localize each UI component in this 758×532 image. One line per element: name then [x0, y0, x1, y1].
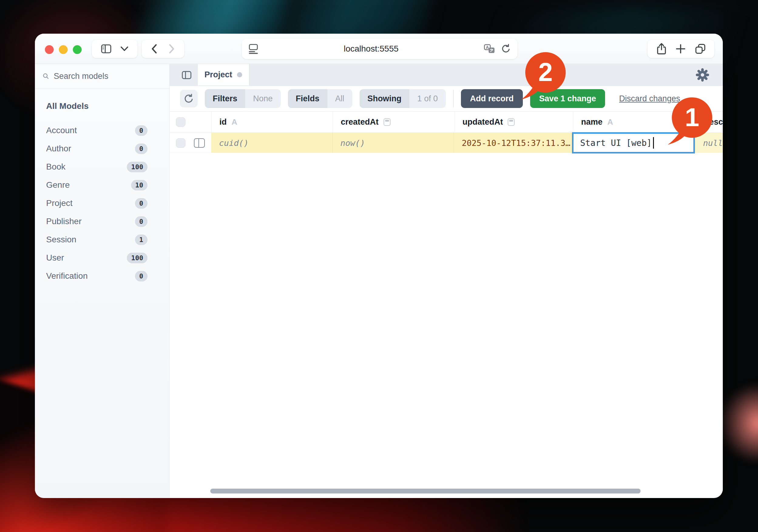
- share-icon[interactable]: [656, 43, 667, 55]
- record-count-badge: 0: [135, 198, 148, 209]
- sidebar-item-genre[interactable]: Genre 10: [46, 176, 148, 194]
- sidebar-item-publisher[interactable]: Publisher 0: [46, 212, 148, 230]
- showing-label: Showing: [360, 89, 409, 108]
- browser-chrome: localhost:5555 A: [35, 34, 723, 64]
- column-header-id[interactable]: id A: [211, 112, 332, 133]
- browser-window: localhost:5555 A: [35, 34, 723, 498]
- sidebar-item-verification[interactable]: Verification 0: [46, 267, 148, 285]
- desktop: localhost:5555 A: [0, 0, 758, 532]
- annotation-badge-2: 2: [519, 51, 568, 102]
- name-editor-value: Start UI [web]: [580, 138, 652, 148]
- model-label: Genre: [46, 180, 70, 190]
- nav-buttons: [142, 40, 184, 58]
- models-sidebar: Search models All Models Account 0 Autho…: [35, 64, 170, 498]
- column-name: name: [581, 117, 603, 127]
- record-count-badge: 0: [135, 144, 148, 154]
- chrome-right-buttons: [647, 40, 714, 58]
- datetime-type-icon: [384, 118, 391, 126]
- panel-icon: [101, 44, 111, 53]
- address-bar[interactable]: localhost:5555 A: [242, 39, 517, 59]
- fields-control[interactable]: Fields All: [288, 89, 352, 108]
- tab-project[interactable]: Project: [197, 64, 250, 85]
- search-models-field[interactable]: Search models: [35, 64, 169, 88]
- new-tab-plus-icon[interactable]: [675, 43, 686, 54]
- record-count-badge: 100: [127, 162, 148, 172]
- fields-value: All: [327, 89, 352, 108]
- url-text[interactable]: localhost:5555: [258, 44, 484, 54]
- collapse-sidebar-button[interactable]: [182, 64, 191, 86]
- main-panel: Project: [170, 64, 723, 498]
- table-toolbar: Filters None Fields All Showing 1 of 0 A…: [170, 86, 723, 112]
- record-count-badge: 10: [131, 180, 148, 190]
- column-header-createdAt[interactable]: createdAt: [332, 112, 454, 133]
- sidebar-item-account[interactable]: Account 0: [46, 121, 148, 140]
- model-label: Account: [46, 125, 77, 135]
- tab-bar: Project: [170, 64, 723, 86]
- refresh-button[interactable]: [180, 90, 197, 107]
- tab-close-dot[interactable]: [237, 72, 242, 77]
- model-label: Publisher: [46, 216, 82, 226]
- cell-createdAt[interactable]: now(): [332, 133, 454, 153]
- record-count-badge: 0: [135, 216, 148, 227]
- filters-control[interactable]: Filters None: [205, 89, 281, 108]
- table-row: cuid() now() 2025-10-12T15:37:11.3… Star…: [170, 133, 723, 153]
- column-header-updatedAt[interactable]: updatedAt: [454, 112, 573, 133]
- filters-value: None: [245, 89, 281, 108]
- minimize-window-button[interactable]: [59, 45, 68, 54]
- sidebar-item-project[interactable]: Project 0: [46, 194, 148, 212]
- string-type-icon: A: [607, 117, 613, 127]
- search-placeholder: Search models: [54, 72, 108, 81]
- expand-record-icon[interactable]: [194, 138, 205, 148]
- badge-2-number: 2: [538, 58, 553, 86]
- toolbar-divider: [453, 90, 454, 107]
- sidebar-item-user[interactable]: User 100: [46, 249, 148, 267]
- chevron-down-icon: [121, 46, 128, 51]
- column-name: id: [220, 117, 227, 127]
- cell-updatedAt[interactable]: 2025-10-12T15:37:11.3…: [454, 133, 572, 153]
- record-count-badge: 0: [135, 125, 148, 136]
- annotation-badge-1: 1: [666, 96, 714, 147]
- forward-button[interactable]: [167, 44, 176, 54]
- refresh-icon: [184, 93, 194, 104]
- panel-collapse-icon: [182, 71, 191, 79]
- row-checkbox[interactable]: [176, 138, 186, 148]
- text-caret: [653, 137, 654, 149]
- add-record-button[interactable]: Add record: [461, 89, 523, 108]
- record-count-badge: 100: [127, 253, 148, 263]
- sidebar-toggle-button[interactable]: [92, 40, 137, 58]
- reader-view-icon[interactable]: [249, 44, 258, 54]
- column-name: createdAt: [341, 117, 379, 127]
- translate-icon[interactable]: A: [484, 44, 495, 54]
- settings-button[interactable]: [696, 68, 709, 83]
- reload-icon[interactable]: [501, 44, 511, 54]
- svg-text:A: A: [486, 45, 489, 50]
- model-label: User: [46, 253, 64, 263]
- sidebar-item-book[interactable]: Book 100: [46, 158, 148, 176]
- model-list: Account 0 Author 0 Book 100 Genre 10 Pro…: [35, 121, 169, 285]
- record-count-badge: 1: [135, 234, 148, 245]
- horizontal-scrollbar[interactable]: [210, 489, 640, 493]
- row-gutter: [170, 133, 211, 153]
- sidebar-item-session[interactable]: Session 1: [46, 230, 148, 249]
- back-button[interactable]: [150, 44, 159, 54]
- filters-label: Filters: [205, 89, 245, 108]
- model-label: Book: [46, 162, 66, 172]
- badge-1-number: 1: [685, 103, 699, 132]
- select-all-checkbox[interactable]: [176, 117, 186, 127]
- cell-id[interactable]: cuid(): [211, 133, 332, 153]
- search-icon: [43, 73, 49, 79]
- model-label: Project: [46, 198, 73, 208]
- tab-label: Project: [204, 70, 232, 80]
- header-gutter: [170, 112, 211, 133]
- sidebar-item-author[interactable]: Author 0: [46, 140, 148, 158]
- showing-control[interactable]: Showing 1 of 0: [360, 89, 446, 108]
- zoom-window-button[interactable]: [73, 45, 82, 54]
- column-name: updatedAt: [463, 117, 503, 127]
- fields-label: Fields: [288, 89, 327, 108]
- model-label: Session: [46, 235, 77, 245]
- model-label: Author: [46, 144, 71, 153]
- tab-overview-icon[interactable]: [695, 43, 706, 54]
- gear-icon: [696, 68, 709, 82]
- close-window-button[interactable]: [45, 45, 54, 54]
- string-type-icon: A: [231, 117, 237, 127]
